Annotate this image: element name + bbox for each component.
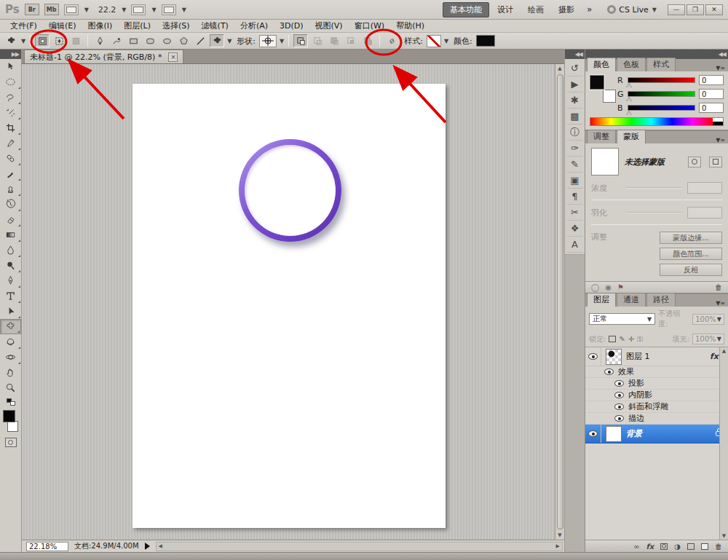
canvas-vertical-scrollbar[interactable]: ▲ ▼ — [555, 64, 564, 540]
minimize-button[interactable]: — — [668, 4, 685, 15]
paragraph-panel-icon[interactable]: ¶ — [567, 189, 583, 205]
add-layer-style-icon[interactable]: fx — [646, 543, 654, 551]
canvas-page[interactable] — [132, 84, 446, 528]
disable-mask-icon[interactable]: ⚑ — [617, 283, 624, 291]
brush-tool[interactable] — [0, 166, 21, 181]
pen-tool[interactable] — [0, 273, 21, 288]
bevel-emboss-row[interactable]: 斜面和浮雕 — [585, 401, 728, 413]
color-spectrum-ramp[interactable] — [590, 117, 724, 126]
layers-scroll-down-icon[interactable]: ▼ — [722, 533, 726, 539]
vertical-scroll-thumb[interactable] — [557, 74, 563, 529]
effects-eye-icon[interactable] — [604, 368, 614, 375]
scroll-down-icon[interactable]: ▼ — [558, 531, 561, 540]
load-selection-icon[interactable]: ◯ — [591, 283, 599, 291]
blue-value-input[interactable]: 0 — [699, 103, 724, 113]
tab-paths[interactable]: 路径 — [646, 293, 676, 307]
add-pixel-mask-icon[interactable] — [688, 157, 701, 167]
add-to-shape-area-button[interactable] — [310, 34, 325, 47]
menu-analysis[interactable]: 分析(A) — [234, 20, 274, 31]
menu-layer[interactable]: 图层(L) — [118, 20, 157, 31]
tab-styles[interactable]: 样式 — [646, 58, 676, 71]
type-tool[interactable] — [0, 288, 21, 304]
spot-healing-brush-tool[interactable] — [0, 151, 21, 166]
scroll-left-icon[interactable]: ◀ — [159, 543, 162, 549]
lock-position-icon[interactable]: ✛ — [628, 335, 634, 343]
clone-source-panel-icon[interactable]: ▣ — [567, 173, 583, 189]
drop-shadow-row[interactable]: 投影 — [585, 378, 728, 390]
delete-layer-icon[interactable]: 🗑 — [715, 543, 722, 551]
dodge-tool[interactable] — [0, 258, 21, 273]
close-button[interactable]: ✕ — [705, 4, 723, 15]
blend-mode-select[interactable]: 正常 ▼ — [589, 313, 655, 325]
style-link-icon[interactable] — [384, 34, 399, 47]
clone-stamp-tool[interactable] — [0, 181, 21, 197]
canvas-pasteboard[interactable]: ▲ ▼ — [22, 64, 564, 540]
red-value-input[interactable]: 0 — [699, 75, 724, 85]
background-color-well[interactable] — [603, 90, 616, 103]
animation-panel-icon[interactable]: ❖ — [567, 221, 583, 237]
intersect-shape-areas-button[interactable] — [344, 34, 358, 47]
quick-mask-button[interactable] — [5, 438, 17, 447]
shape-layers-mode-button[interactable] — [35, 34, 50, 47]
blue-slider-thumb[interactable] — [626, 111, 632, 116]
zoom-tool[interactable] — [0, 380, 21, 395]
delete-mask-icon[interactable]: 🗑 — [715, 283, 722, 291]
layers-scroll-up-icon[interactable]: ▲ — [722, 348, 726, 354]
lasso-tool[interactable] — [0, 90, 21, 105]
screen-mode-dropdown-arrow[interactable]: ▼ — [182, 7, 186, 13]
scroll-up-icon[interactable]: ▲ — [558, 64, 561, 73]
layers-panel-menu-icon[interactable]: ▼≡ — [713, 300, 728, 307]
foreground-color-swatch[interactable] — [3, 410, 15, 422]
workspace-painting[interactable]: 绘画 — [521, 3, 550, 17]
new-group-icon[interactable] — [687, 543, 695, 550]
background-thumbnail[interactable] — [606, 426, 622, 442]
new-adjustment-layer-icon[interactable]: ◑ — [674, 543, 681, 551]
ellipse-tool-button[interactable] — [159, 34, 174, 47]
mask-edge-button[interactable]: 蒙版边缘... — [660, 232, 722, 244]
zoom-level-control[interactable]: 22.2 — [98, 5, 116, 15]
restore-button[interactable]: ❐ — [687, 4, 704, 15]
document-tab[interactable]: 未标题-1 @ 22.2% (背景, RGB/8) * × — [24, 50, 183, 63]
gradient-tool[interactable] — [0, 227, 21, 242]
shape-picker-dropdown-arrow[interactable]: ▼ — [280, 38, 284, 44]
green-slider-thumb[interactable] — [626, 98, 632, 102]
tool-presets-panel-icon[interactable]: ✑ — [567, 141, 583, 157]
3d-object-rotate-tool[interactable] — [0, 334, 21, 350]
subtract-from-shape-area-button[interactable] — [327, 34, 341, 47]
link-layers-icon[interactable]: ∞ — [633, 543, 639, 551]
red-slider[interactable] — [628, 77, 695, 83]
arrange-documents-dropdown-arrow[interactable]: ▼ — [151, 7, 156, 13]
foreground-color-well[interactable] — [590, 75, 604, 90]
custom-shape-tool-button[interactable] — [210, 34, 224, 47]
tool-preset-dropdown-arrow[interactable]: ▼ — [21, 38, 25, 44]
eyedropper-tool[interactable] — [0, 135, 21, 151]
tab-adjustments[interactable]: 调整 — [587, 130, 616, 143]
add-vector-mask-icon[interactable] — [709, 157, 722, 167]
cs-live-menu[interactable]: CS Live ▼ — [607, 5, 657, 15]
workspace-design[interactable]: 设计 — [491, 3, 520, 17]
style-picker-dropdown-arrow[interactable]: ▼ — [444, 38, 448, 44]
stroke-eye-icon[interactable] — [614, 415, 624, 422]
effects-row[interactable]: 效果 — [585, 366, 728, 378]
color-range-button[interactable]: 颜色范围... — [660, 248, 722, 260]
blue-slider[interactable] — [628, 105, 695, 111]
exclude-shape-areas-button[interactable] — [360, 34, 375, 47]
background-name[interactable]: 背景 — [626, 428, 716, 439]
toolbox-collapse-header[interactable]: ▶▶ — [0, 50, 21, 59]
lock-pixels-icon[interactable]: ✎ — [619, 335, 625, 343]
screen-mode-icon[interactable] — [162, 4, 176, 15]
fill-pixels-mode-button[interactable] — [68, 34, 83, 47]
tab-layers[interactable]: 图层 — [587, 293, 616, 307]
color-panel-menu-icon[interactable]: ▼≡ — [713, 65, 728, 71]
apply-mask-icon[interactable]: ◉ — [605, 283, 612, 291]
path-selection-tool[interactable] — [0, 304, 21, 319]
new-layer-icon[interactable] — [701, 543, 708, 550]
menu-3d[interactable]: 3D(D) — [274, 21, 309, 31]
view-extras-icon[interactable] — [64, 4, 79, 15]
menu-edit[interactable]: 编辑(E) — [43, 20, 82, 31]
layer-style-fx-badge[interactable]: fx — [710, 352, 719, 361]
blur-tool[interactable] — [0, 242, 21, 258]
freeform-pen-tool-button[interactable] — [109, 34, 124, 47]
actions-panel-icon[interactable]: ▶ — [567, 76, 583, 92]
tab-masks[interactable]: 蒙版 — [617, 130, 646, 143]
